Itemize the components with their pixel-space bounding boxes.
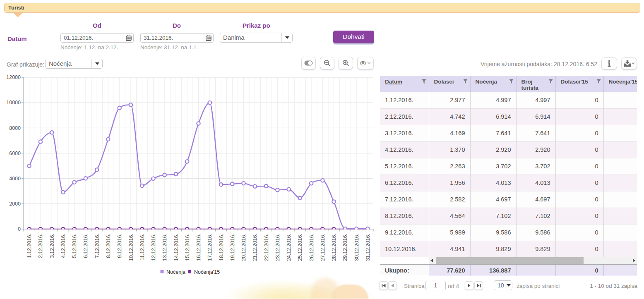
svg-text:0: 0: [18, 226, 21, 232]
svg-text:25.12.2016.: 25.12.2016.: [297, 234, 303, 261]
svg-text:22.12.2016.: 22.12.2016.: [264, 234, 269, 261]
svg-text:13.12.2016.: 13.12.2016.: [162, 234, 168, 261]
svg-text:8000: 8000: [9, 125, 21, 131]
svg-text:21.12.2016.: 21.12.2016.: [252, 234, 258, 261]
svg-text:12.12.2016.: 12.12.2016.: [151, 234, 156, 261]
svg-text:12000: 12000: [6, 74, 21, 80]
svg-text:Noćenja'15: Noćenja'15: [194, 269, 220, 275]
svg-text:9.12.2016.: 9.12.2016.: [117, 234, 123, 258]
svg-text:6.12.2016.: 6.12.2016.: [83, 234, 89, 258]
svg-text:10.12.2016.: 10.12.2016.: [128, 234, 134, 261]
svg-text:19.12.2016.: 19.12.2016.: [230, 234, 235, 261]
svg-text:29.12.2016.: 29.12.2016.: [342, 234, 348, 261]
svg-text:2.12.2016.: 2.12.2016.: [38, 234, 43, 258]
svg-text:18.12.2016.: 18.12.2016.: [219, 234, 224, 261]
svg-text:31.12.2016.: 31.12.2016.: [365, 234, 371, 261]
svg-text:28.12.2016.: 28.12.2016.: [331, 234, 337, 261]
svg-text:2000: 2000: [9, 201, 21, 207]
svg-text:17.12.2016.: 17.12.2016.: [207, 234, 213, 261]
svg-text:3.12.2016.: 3.12.2016.: [49, 234, 55, 258]
svg-text:15.12.2016.: 15.12.2016.: [185, 234, 190, 261]
svg-text:6000: 6000: [9, 151, 21, 156]
svg-text:4.12.2016.: 4.12.2016.: [60, 234, 66, 258]
svg-text:24.12.2016.: 24.12.2016.: [286, 234, 292, 261]
svg-text:27.12.2016.: 27.12.2016.: [320, 234, 326, 261]
svg-text:4000: 4000: [9, 176, 21, 182]
svg-text:16.12.2016.: 16.12.2016.: [196, 234, 202, 261]
svg-text:30.12.2016.: 30.12.2016.: [354, 234, 360, 261]
svg-text:1.12.2016.: 1.12.2016.: [26, 234, 32, 258]
svg-text:10000: 10000: [6, 100, 21, 105]
svg-text:Noćenja: Noćenja: [166, 269, 185, 275]
svg-text:14.12.2016.: 14.12.2016.: [173, 234, 179, 261]
svg-text:8.12.2016.: 8.12.2016.: [106, 234, 111, 258]
svg-text:7.12.2016.: 7.12.2016.: [94, 234, 100, 258]
svg-text:11.12.2016.: 11.12.2016.: [139, 234, 145, 261]
svg-text:20.12.2016.: 20.12.2016.: [241, 234, 247, 261]
svg-text:23.12.2016.: 23.12.2016.: [275, 234, 281, 261]
svg-text:26.12.2016.: 26.12.2016.: [309, 234, 315, 261]
svg-text:5.12.2016.: 5.12.2016.: [72, 234, 77, 258]
